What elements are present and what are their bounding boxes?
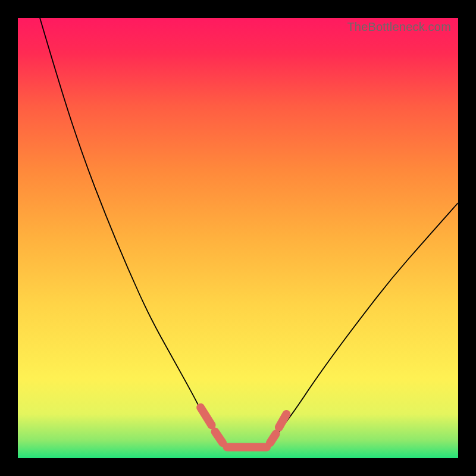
highlight-segment (270, 434, 276, 443)
highlight-segment (215, 432, 223, 443)
watermark-text: TheBottleneck.com (347, 20, 451, 34)
highlight-segment (279, 414, 287, 427)
chart-curves-overlay (18, 18, 458, 458)
highlight-segment (201, 408, 212, 425)
chart-frame: TheBottleneck.com (0, 0, 476, 476)
bottleneck-curve (40, 18, 458, 447)
plot-area: TheBottleneck.com (18, 18, 458, 458)
